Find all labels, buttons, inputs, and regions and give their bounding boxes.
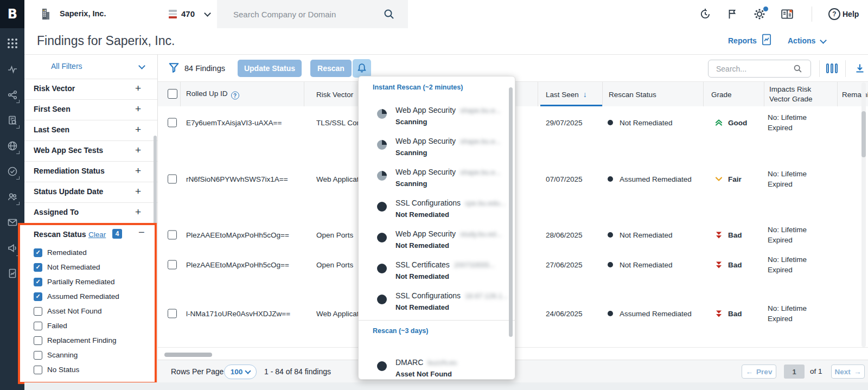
filter-section-web-app-sec-tests[interactable]: Web App Sec Tests+ <box>24 140 157 162</box>
expand-plus-icon[interactable]: + <box>135 124 141 136</box>
header-last-seen-sorted[interactable]: Last Seen↓ <box>546 90 587 99</box>
news-icon[interactable] <box>781 8 794 20</box>
checkbox-unchecked[interactable] <box>34 366 42 374</box>
header-rescan-status[interactable]: Rescan Status <box>609 90 656 98</box>
checkbox-checked[interactable]: ✓ <box>34 248 42 257</box>
row-checkbox[interactable] <box>168 118 177 127</box>
filter-section-risk-vector[interactable]: Risk Vector+ <box>24 79 157 100</box>
download-icon[interactable] <box>854 63 865 74</box>
globe-icon[interactable] <box>0 134 24 158</box>
filter-option-replacement-finding[interactable]: Replacement Finding <box>34 333 148 348</box>
reports-link[interactable]: Reports <box>728 36 757 45</box>
columns-icon[interactable] <box>826 63 838 73</box>
filter-section-remediation-status[interactable]: Remediation Status+ <box>24 161 157 182</box>
filter-option-failed[interactable]: Failed <box>34 318 148 333</box>
app-grid-icon[interactable] <box>0 31 24 55</box>
grade-bad-icon <box>714 309 723 318</box>
update-status-button[interactable]: Update Status <box>238 60 302 77</box>
users-icon[interactable] <box>0 185 24 209</box>
filter-option-partially-remediated[interactable]: ✓Partially Remediated <box>34 274 148 289</box>
redacted-asset: 200733555... <box>454 261 495 269</box>
search-icon[interactable] <box>383 8 395 20</box>
rescan-item[interactable]: Web App Securityshape.bu.e... Scanning <box>359 165 505 196</box>
row-checkbox[interactable] <box>168 260 177 269</box>
expand-plus-icon[interactable]: + <box>135 103 141 115</box>
expand-plus-icon[interactable]: + <box>135 82 141 94</box>
history-icon[interactable] <box>699 8 711 20</box>
rescan-item[interactable]: DMARCbuzzfv.es Asset Not Found <box>359 356 505 387</box>
flag-icon[interactable] <box>726 8 738 20</box>
help-icon[interactable]: ? <box>828 8 840 20</box>
filter-section-first-seen[interactable]: First Seen+ <box>24 99 157 120</box>
filter-option-scanning[interactable]: Scanning <box>34 348 148 362</box>
cell-impacts: No: Lifetime Expired <box>768 254 821 275</box>
rows-per-page-select[interactable]: 100 <box>224 365 257 379</box>
status-dot-icon <box>608 311 613 316</box>
filter-section-last-seen[interactable]: Last Seen+ <box>24 120 157 141</box>
asset-search-icon[interactable] <box>0 108 24 132</box>
select-all-checkbox[interactable] <box>168 89 177 99</box>
checkbox-unchecked[interactable] <box>34 322 42 330</box>
expand-plus-icon[interactable]: + <box>135 144 141 156</box>
filter-option-remediated[interactable]: ✓Remediated <box>34 245 148 260</box>
expand-plus-icon[interactable]: + <box>135 206 141 218</box>
company-building-icon <box>40 7 52 21</box>
instant-rescan-header: Instant Rescan (~2 minutes) <box>373 84 463 91</box>
gear-icon[interactable] <box>754 8 765 20</box>
company-search-input[interactable] <box>232 9 381 20</box>
collapse-minus-icon[interactable]: − <box>138 226 145 239</box>
expand-plus-icon[interactable]: + <box>135 165 141 177</box>
rescan-notifications-button[interactable] <box>353 59 371 78</box>
all-filters-header[interactable]: All Filters <box>24 54 157 79</box>
next-page-button[interactable]: Next→ <box>831 365 865 379</box>
header-impacts-risk-vector-grade[interactable]: Impacts Risk Vector Grade <box>769 85 821 104</box>
checkbox-checked[interactable]: ✓ <box>34 263 42 272</box>
checkbox-unchecked[interactable] <box>34 336 42 345</box>
rescan-item[interactable]: Web App Securityshape.bu.e... Scanning <box>359 135 505 165</box>
panel-scrollbar[interactable] <box>509 87 513 337</box>
filter-section-status-update-date[interactable]: Status Update Date+ <box>24 182 157 203</box>
header-risk-vector[interactable]: Risk Vector <box>316 90 353 98</box>
reports-doc-icon[interactable] <box>761 34 773 46</box>
filter-option-not-remediated[interactable]: ✓Not Remediated <box>34 260 148 274</box>
company-name[interactable]: Saperix, Inc. <box>60 9 106 18</box>
check-circle-icon[interactable] <box>0 159 24 183</box>
help-label[interactable]: Help <box>843 10 859 18</box>
rescan-item[interactable]: SSL Configurationscpe.bu.edu... Not Reme… <box>359 196 505 227</box>
checkbox-unchecked[interactable] <box>34 351 42 360</box>
filter-funnel-icon[interactable] <box>168 62 180 73</box>
table-vertical-scrollbar[interactable] <box>861 111 866 157</box>
actions-link[interactable]: Actions <box>788 36 815 45</box>
search-icon[interactable] <box>793 64 802 73</box>
rescan-item[interactable]: SSL Configurations18.67.126.1... Not Rem… <box>359 289 505 320</box>
filter-option-asset-not-found[interactable]: Asset Not Found <box>34 304 148 318</box>
cell-impacts: No: Lifetime Expired <box>768 112 821 133</box>
rows-per-page-label: Rows Per Page <box>171 367 224 376</box>
row-checkbox[interactable] <box>168 309 177 318</box>
checkbox-checked[interactable]: ✓ <box>34 292 42 301</box>
table-horizontal-scrollbar[interactable] <box>164 353 212 357</box>
rescan-button[interactable]: Rescan <box>310 60 352 77</box>
rating-chevron-down-icon[interactable] <box>204 10 211 17</box>
row-checkbox[interactable] <box>168 230 177 239</box>
header-grade[interactable]: Grade <box>711 90 732 98</box>
filter-section-assigned-to[interactable]: Assigned To+ <box>24 202 157 223</box>
cell-rolled-up-id: rN6fSioN6PYWvhSWS7ix1A== <box>186 175 288 183</box>
network-icon[interactable] <box>0 83 24 107</box>
header-rolled-up-id[interactable]: Rolled Up ID? <box>186 89 239 99</box>
filter-option-assumed-remediated[interactable]: ✓Assumed Remediated <box>34 289 148 304</box>
activity-icon[interactable] <box>0 57 24 81</box>
rescan-item[interactable]: Web App Securityshape.bu.e... Scanning <box>359 104 505 135</box>
filter-option-no-status[interactable]: No Status <box>34 362 148 377</box>
prev-page-button[interactable]: ←Prev <box>742 365 776 379</box>
expand-plus-icon[interactable]: + <box>135 186 141 197</box>
help-circle-icon[interactable]: ? <box>231 91 239 99</box>
row-checkbox[interactable] <box>168 175 177 184</box>
rescan-item[interactable]: SSL Certificates200733555... Not Remedia… <box>359 258 505 289</box>
rescan-item[interactable]: Web App Securitystudy.bu.ed... Not Remed… <box>359 227 505 258</box>
table-search-input[interactable] <box>715 64 793 74</box>
bitsight-logo[interactable]: B <box>0 0 24 28</box>
checkbox-unchecked[interactable] <box>34 307 42 316</box>
checkbox-checked[interactable]: ✓ <box>34 278 42 286</box>
clear-filter-link[interactable]: Clear <box>88 231 106 239</box>
